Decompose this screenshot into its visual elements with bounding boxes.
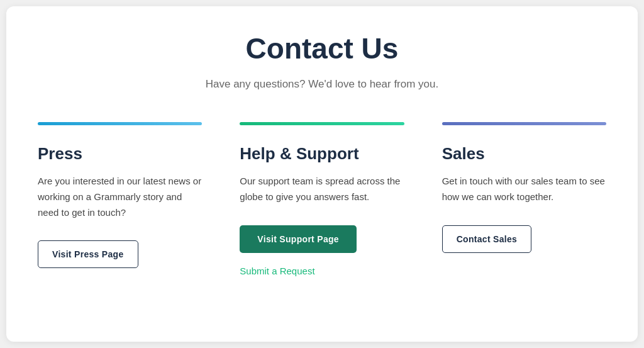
link-support[interactable]: Submit a Request xyxy=(240,266,404,276)
column-press: Press Are you interested in our latest n… xyxy=(38,122,221,276)
page-title: Contact Us xyxy=(38,31,606,65)
column-title-support: Help & Support xyxy=(240,144,404,164)
column-sales: Sales Get in touch with our sales team t… xyxy=(423,122,606,276)
accent-bar-press xyxy=(38,122,202,125)
header-section: Contact Us Have any questions? We'd love… xyxy=(38,31,606,91)
column-desc-press: Are you interested in our latest news or… xyxy=(38,174,202,220)
column-title-press: Press xyxy=(38,144,202,164)
column-support: Help & Support Our support team is sprea… xyxy=(221,122,423,276)
cta-button-sales[interactable]: Contact Sales xyxy=(442,225,532,253)
column-title-sales: Sales xyxy=(442,144,606,164)
page-subtitle: Have any questions? We'd love to hear fr… xyxy=(38,78,606,91)
cta-button-support[interactable]: Visit Support Page xyxy=(240,225,357,253)
columns-container: Press Are you interested in our latest n… xyxy=(38,122,606,276)
column-desc-support: Our support team is spread across the gl… xyxy=(240,174,404,205)
accent-bar-sales xyxy=(442,122,606,125)
cta-button-press[interactable]: Visit Press Page xyxy=(38,240,138,268)
contact-card: Contact Us Have any questions? We'd love… xyxy=(6,6,638,342)
accent-bar-support xyxy=(240,122,404,125)
column-desc-sales: Get in touch with our sales team to see … xyxy=(442,174,606,205)
